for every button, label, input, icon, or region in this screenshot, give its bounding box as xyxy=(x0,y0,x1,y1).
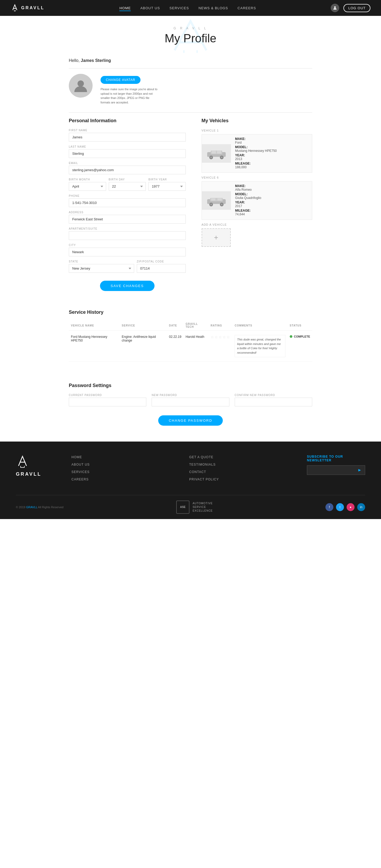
user-avatar-nav[interactable] xyxy=(331,4,339,12)
last-name-input[interactable] xyxy=(69,149,186,158)
last-name-group: LAST NAME xyxy=(69,145,186,158)
birth-month-select[interactable]: April JanuaryFebruaryMarch MayJuneJuly A… xyxy=(69,182,106,191)
current-password-label: CURRENT PASSWORD xyxy=(69,394,146,397)
linkedin-icon[interactable]: in xyxy=(357,503,365,511)
vehicle1-label: VEHICLE 1 xyxy=(201,129,312,132)
add-vehicle-button[interactable]: + xyxy=(201,228,231,247)
instagram-icon[interactable]: ● xyxy=(347,503,354,511)
gravll-logo-icon xyxy=(10,4,19,12)
col-service-header: SERVICE xyxy=(120,320,167,331)
password-title: Password Settings xyxy=(69,383,312,389)
avatar-note: Please make sure the image you're about … xyxy=(100,87,159,104)
navbar: GRAVLL HOME ABOUT US SERVICES NEWS & BLO… xyxy=(0,0,381,16)
service-history-title: Service History xyxy=(69,310,312,315)
svg-point-15 xyxy=(221,204,223,205)
footer-logo-icon xyxy=(16,455,29,468)
personal-info-title: Personal Information xyxy=(69,118,186,124)
navbar-logo: GRAVLL xyxy=(10,4,45,12)
vehicle1-make: MAKE: Ford xyxy=(235,137,277,145)
status-dot xyxy=(290,335,292,338)
nav-about[interactable]: ABOUT US xyxy=(140,6,160,10)
birth-month-group: BIRTH MONTH April JanuaryFebruaryMarch M… xyxy=(69,178,106,191)
col-status-header: STATUS xyxy=(288,320,312,331)
state-label: STATE xyxy=(69,260,134,263)
vehicle2-model: MODEL: Giulia Quadrifoglio xyxy=(235,192,261,200)
address-input[interactable] xyxy=(69,215,186,223)
apt-label: APARTMENT/SUITE xyxy=(69,227,186,230)
state-zip-row: STATE New Jersey New York California Tex… xyxy=(69,260,186,276)
col-rating-header: RATING xyxy=(209,320,232,331)
svg-point-1 xyxy=(77,81,84,87)
footer-link-home[interactable]: HOME xyxy=(71,455,82,459)
change-password-button[interactable]: CHANGE PASSWORD xyxy=(158,415,223,426)
greeting-name: James Sterling xyxy=(81,58,111,63)
navbar-logo-text: GRAVLL xyxy=(21,5,45,10)
newsletter-send-button[interactable]: ► xyxy=(354,466,365,475)
city-input[interactable] xyxy=(69,248,186,256)
greeting-prefix: Hello, xyxy=(69,58,81,63)
current-password-input[interactable] xyxy=(69,398,146,406)
two-col-layout: Personal Information FIRST NAME LAST NAM… xyxy=(69,118,312,291)
avatar-info: CHANGE AVATAR Please make sure the image… xyxy=(100,74,159,104)
service-comment: This dude was great, changed the liquid … xyxy=(232,331,288,362)
ase-text: AUTOMOTIVE SERVICE EXCELLENCE xyxy=(193,502,213,513)
confirm-password-label: CONFIRM NEW PASSWORD xyxy=(235,394,312,397)
email-group: EMAIL xyxy=(69,162,186,174)
first-name-input[interactable] xyxy=(69,133,186,142)
vehicle2-mileage: MILEAGE: 74,644 xyxy=(235,209,261,216)
birth-day-select[interactable]: 22 xyxy=(109,182,146,191)
nav-news[interactable]: NEWS & BLOGS xyxy=(198,6,228,10)
hero-brand: G R A V L L xyxy=(5,27,376,30)
birth-day-label: BIRTH DAY xyxy=(109,178,146,181)
navbar-right: LOG OUT xyxy=(331,4,371,12)
footer-link-quote[interactable]: GET A QUOTE xyxy=(189,455,213,459)
vehicle1-year: YEAR: 2013 xyxy=(235,153,277,161)
svg-rect-17 xyxy=(218,198,222,200)
first-name-group: FIRST NAME xyxy=(69,129,186,142)
footer-link-contact[interactable]: CONTACT xyxy=(189,470,206,474)
footer-link-privacy[interactable]: PRIVACT POLICY xyxy=(189,477,219,481)
nav-services[interactable]: SERVICES xyxy=(169,6,189,10)
service-date: 02.22.19 xyxy=(167,331,184,362)
birth-year-select[interactable]: 1977 xyxy=(149,182,186,191)
avatar-placeholder-icon xyxy=(73,78,89,94)
nav-careers[interactable]: CAREERS xyxy=(237,6,256,10)
avatar-section: CHANGE AVATAR Please make sure the image… xyxy=(69,74,312,104)
phone-group: PHONE xyxy=(69,194,186,207)
footer: GRAVLL HOME ABOUT US SERVICES CAREERS GE… xyxy=(0,441,381,519)
footer-link-services[interactable]: SERVICES xyxy=(71,470,89,474)
svg-point-7 xyxy=(221,157,223,158)
vehicle1-card: MAKE: Ford MODEL: Mustang Hennessey HPE7… xyxy=(201,134,312,173)
newsletter-email-input[interactable] xyxy=(307,466,354,475)
logout-button[interactable]: LOG OUT xyxy=(343,4,371,12)
footer-link-careers[interactable]: CAREERS xyxy=(71,477,89,481)
change-avatar-button[interactable]: CHANGE AVATAR xyxy=(100,76,140,84)
vehicle2-year: YEAR: 2017 xyxy=(235,200,261,208)
svg-rect-16 xyxy=(211,198,215,200)
vehicle1-mileage: MILEAGE: 188,000 xyxy=(235,162,277,169)
state-select[interactable]: New Jersey New York California Texas xyxy=(69,264,134,273)
footer-logo-text: GRAVLL xyxy=(16,471,56,477)
zip-input[interactable] xyxy=(137,264,186,273)
svg-rect-9 xyxy=(217,151,221,153)
twitter-icon[interactable]: t xyxy=(336,503,344,511)
apt-input[interactable] xyxy=(69,231,186,240)
footer-link-about[interactable]: ABOUT US xyxy=(71,463,90,466)
navbar-links: HOME ABOUT US SERVICES NEWS & BLOGS CARE… xyxy=(119,6,256,10)
col-vehicle-header: VEHICLE NAME xyxy=(69,320,120,331)
status-badge: COMPLETE xyxy=(290,335,310,338)
confirm-password-input[interactable] xyxy=(235,398,312,406)
vehicle1-model: MODEL: Mustang Hennessey HPE750 xyxy=(235,145,277,153)
save-changes-button[interactable]: SAVE CHANGES xyxy=(100,281,155,291)
nav-home[interactable]: HOME xyxy=(119,6,131,11)
footer-link-testimonials[interactable]: TESTIMONIALS xyxy=(189,463,216,466)
phone-input[interactable] xyxy=(69,198,186,207)
facebook-icon[interactable]: f xyxy=(325,503,334,511)
footer-newsletter-col: SUBSCRIBE TO OUR NEWSLETTER ► xyxy=(307,455,365,485)
car-icon-2 xyxy=(206,194,227,207)
email-input[interactable] xyxy=(69,165,186,174)
new-password-input[interactable] xyxy=(152,398,229,406)
vehicle2-label: VEHICLE 6 xyxy=(201,176,312,179)
new-password-group: NEW PASSWORD xyxy=(152,394,229,406)
gravll-copyright-link[interactable]: GRAVLL xyxy=(26,505,37,509)
